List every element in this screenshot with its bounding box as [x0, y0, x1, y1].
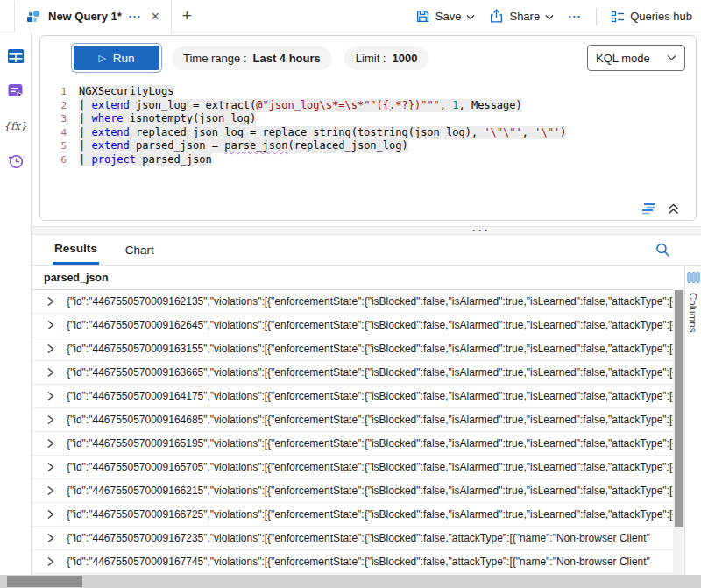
row-json-text: {"id":"4467550570009166215","violations"… — [67, 485, 673, 497]
table-row[interactable]: {"id":"4467550570009165705","violations"… — [32, 456, 673, 479]
table-row[interactable]: {"id":"4467550570009162645","violations"… — [32, 314, 673, 337]
time-range-picker[interactable]: Time range : Last 4 hours — [172, 46, 332, 70]
code-token: extend — [91, 99, 129, 111]
horizontal-scrollbar-thumb[interactable] — [7, 576, 82, 587]
table-row[interactable]: {"id":"4467550570009164685","violations"… — [32, 408, 673, 432]
code-token: where — [91, 112, 123, 124]
line-number: 5 — [40, 139, 67, 153]
code-token: , — [440, 99, 452, 111]
expand-chevron-icon[interactable] — [46, 367, 55, 378]
code-line[interactable]: 6 | project parsed_json — [40, 153, 696, 167]
line-text: | project parsed_json — [79, 153, 212, 167]
tab-results[interactable]: Results — [53, 235, 99, 265]
column-header-parsed-json[interactable]: parsed_json — [32, 266, 673, 290]
expand-chevron-icon[interactable] — [46, 533, 55, 543]
share-label: Share — [509, 10, 540, 23]
vertical-scrollbar[interactable] — [673, 290, 684, 575]
code-line[interactable]: 1 NGXSecurityLogs — [40, 85, 696, 99]
search-icon[interactable] — [655, 242, 671, 262]
results-tab-bar: Results Chart — [32, 235, 701, 266]
expand-chevron-icon[interactable] — [46, 296, 55, 307]
tab-bar: New Query 1* ··· ✕ + Save — [0, 0, 701, 32]
tables-icon[interactable] — [6, 46, 25, 66]
table-row[interactable]: {"id":"4467550570009162135","violations"… — [32, 290, 673, 314]
columns-side-panel[interactable]: Columns — [684, 266, 701, 575]
play-icon: ▷ — [98, 53, 105, 63]
expand-chevron-icon[interactable] — [46, 344, 55, 354]
header-actions: Save Share ··· — [415, 0, 692, 32]
table-row[interactable]: {"id":"4467550570009167745","violations"… — [32, 550, 673, 574]
editor-corner-controls — [641, 202, 680, 216]
results-panel: Results Chart parsed_json {"id":"4467550… — [32, 235, 701, 588]
table-row[interactable]: {"id":"4467550570009167235","violations"… — [32, 527, 673, 550]
expand-chevron-icon[interactable] — [46, 462, 55, 472]
functions-icon[interactable]: {fx} — [6, 117, 25, 136]
collapse-editor-icon[interactable] — [667, 202, 680, 216]
queries-hub-button[interactable]: Queries hub — [611, 10, 692, 24]
code-line[interactable]: 5 | extend parsed_json = parse_json(repl… — [40, 139, 696, 153]
expand-chevron-icon[interactable] — [46, 509, 55, 520]
code-line[interactable]: 3 | where isnotempty(json_log) — [40, 112, 696, 126]
code-token: NGXSecurityLogs — [79, 85, 173, 97]
tab-chart[interactable]: Chart — [124, 235, 156, 265]
code-token: | — [79, 126, 91, 138]
kql-mode-value: KQL mode — [596, 52, 650, 65]
row-json-text: {"id":"4467550570009163155","violations"… — [67, 343, 673, 355]
expand-chevron-icon[interactable] — [46, 391, 55, 401]
vertical-scrollbar-thumb[interactable] — [675, 290, 683, 527]
share-button[interactable]: Share — [489, 9, 554, 24]
horizontal-scrollbar[interactable] — [0, 575, 701, 588]
code-line[interactable]: 4 | extend replaced_json_log = replace_s… — [40, 126, 696, 140]
code-token: 1 — [452, 99, 458, 111]
columns-icon[interactable] — [687, 271, 700, 284]
line-text: | extend replaced_json_log = replace_str… — [79, 126, 566, 140]
code-token: parse_json — [224, 139, 287, 152]
code-token: '\"\"' — [484, 126, 521, 138]
code-token: extend — [91, 139, 129, 152]
kql-mode-select[interactable]: KQL mode — [587, 45, 685, 71]
expand-chevron-icon[interactable] — [46, 320, 55, 330]
history-icon[interactable] — [6, 152, 25, 171]
run-button[interactable]: ▷ Run — [74, 46, 159, 70]
expand-chevron-icon[interactable] — [46, 485, 55, 496]
table-row[interactable]: {"id":"4467550570009166215","violations"… — [32, 479, 673, 503]
format-lines-icon[interactable] — [641, 202, 658, 216]
table-row[interactable]: {"id":"4467550570009164175","violations"… — [32, 385, 673, 408]
more-actions-button[interactable]: ··· — [568, 10, 582, 23]
materialized-view-icon[interactable] — [6, 81, 25, 101]
limit-picker[interactable]: Limit : 1000 — [344, 46, 429, 70]
expand-chevron-icon[interactable] — [46, 414, 55, 425]
tab-more-icon[interactable]: ··· — [129, 11, 142, 23]
tab-new-query-1[interactable]: New Query 1* ··· ✕ — [14, 1, 172, 33]
table-row[interactable]: {"id":"4467550570009163665","violations"… — [32, 361, 673, 385]
divider — [596, 8, 597, 25]
code-token: | — [79, 139, 91, 152]
query-editor[interactable]: 1 NGXSecurityLogs 2 | extend json_log = … — [40, 78, 696, 166]
tab-close-icon[interactable]: ✕ — [149, 10, 162, 23]
line-text: | extend json_log = extract(@"json_log\s… — [79, 99, 522, 113]
table-row[interactable]: {"id":"4467550570009166725","violations"… — [32, 503, 673, 527]
query-toolbar: ▷ Run Time range : Last 4 hours Limit : … — [40, 36, 696, 78]
row-json-text: {"id":"4467550570009163665","violations"… — [67, 366, 673, 379]
code-token: isnotempty(json_log) — [124, 112, 257, 124]
row-json-text: {"id":"4467550570009162135","violations"… — [67, 295, 673, 308]
table-row[interactable]: {"id":"4467550570009163155","violations"… — [32, 337, 673, 361]
line-number: 4 — [40, 126, 67, 140]
pane-splitter[interactable]: ··· — [32, 226, 701, 235]
code-token: parsed_json = — [130, 139, 224, 152]
expand-chevron-icon[interactable] — [46, 556, 55, 567]
expand-chevron-icon[interactable] — [46, 438, 55, 449]
code-token: | — [79, 99, 91, 111]
new-tab-button[interactable]: + — [182, 6, 192, 25]
limit-label: Limit : — [356, 52, 386, 65]
chevron-down-icon — [466, 10, 475, 23]
connection-sidebar: {fx} — [0, 32, 32, 575]
code-token: | — [79, 153, 91, 166]
row-json-text: {"id":"4467550570009165705","violations"… — [67, 461, 673, 473]
save-button[interactable]: Save — [415, 9, 476, 24]
code-token: | — [79, 112, 91, 124]
code-line[interactable]: 2 | extend json_log = extract(@"json_log… — [40, 99, 696, 113]
code-token: @"json_log\s*=\s*""({.*?})""" — [256, 99, 440, 111]
table-row[interactable]: {"id":"4467550570009165195","violations"… — [32, 432, 673, 456]
run-label: Run — [113, 52, 135, 65]
